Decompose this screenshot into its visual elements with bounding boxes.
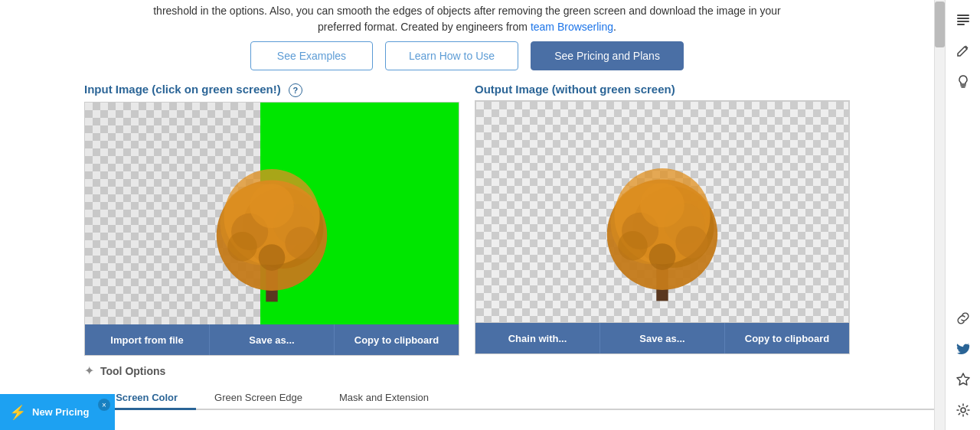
output-image-wrapper: Chain with... Save as... Copy to clipboa… [475,100,850,354]
output-save-as-button[interactable]: Save as... [600,323,725,353]
output-panel-label: Output Image (without green screen) [475,83,850,96]
tool-icon[interactable] [949,37,977,64]
lightning-icon: ⚡ [9,404,26,421]
star-icon[interactable] [949,366,977,393]
import-from-file-button[interactable]: Import from file [85,324,210,355]
team-link[interactable]: team Browserling [531,21,613,33]
learn-how-button[interactable]: Learn How to Use [385,41,518,70]
svg-point-24 [618,231,648,261]
right-sidebar [945,0,980,430]
see-pricing-button[interactable]: See Pricing and Plans [531,41,684,70]
output-image-area [475,101,849,323]
output-copy-clipboard-button[interactable]: Copy to clipboard [725,323,849,353]
input-tree [195,110,348,309]
svg-point-26 [649,243,676,270]
input-image-wrapper[interactable]: Import from file Save as... Copy to clip… [84,102,459,356]
description-text: threshold in the options. Also, you can … [0,0,934,41]
svg-point-12 [250,184,294,228]
tool-options-label: Tool Options [100,365,165,377]
tool-options-bar: ✦ Tool Options [0,356,934,378]
new-pricing-banner[interactable]: ⚡ New Pricing × [0,394,115,430]
input-panel: Input Image (click on green screen!) ? [84,83,459,356]
new-pricing-label: New Pricing [32,406,89,418]
image-panels: Input Image (click on green screen!) ? [0,83,934,356]
input-panel-label: Input Image (click on green screen!) ? [84,83,459,97]
svg-rect-2 [957,21,969,22]
gear-icon[interactable] [949,396,977,424]
bulb-icon[interactable] [949,67,977,95]
output-action-bar: Chain with... Save as... Copy to clipboa… [475,323,849,353]
chain-with-button[interactable]: Chain with... [475,323,600,353]
twitter-icon[interactable] [949,335,977,363]
svg-point-15 [259,244,286,271]
output-tree [586,109,739,308]
see-examples-button[interactable]: See Examples [250,41,373,70]
input-action-bar: Import from file Save as... Copy to clip… [85,324,459,355]
action-buttons: See Examples Learn How to Use See Pricin… [0,41,934,70]
svg-point-25 [675,226,707,258]
output-panel: Output Image (without green screen) [475,83,850,356]
input-copy-clipboard-button[interactable]: Copy to clipboard [335,324,459,355]
svg-rect-3 [957,24,965,25]
help-icon[interactable]: ? [289,83,302,97]
input-save-as-button[interactable]: Save as... [210,324,335,355]
svg-point-13 [227,232,257,262]
notes-icon[interactable] [949,6,977,34]
link-icon[interactable] [949,305,977,332]
tab-green-screen-edge[interactable]: Green Screen Edge [196,387,321,410]
svg-point-4 [961,408,965,412]
new-pricing-close-button[interactable]: × [98,399,110,411]
svg-point-14 [285,226,317,259]
svg-point-23 [640,183,684,227]
input-image-area[interactable] [85,103,459,324]
tab-mask-extension[interactable]: Mask and Extension [321,387,447,410]
svg-rect-0 [957,15,969,16]
tool-options-icon: ✦ [84,363,94,378]
svg-rect-1 [957,18,969,19]
tab-bar: Green Screen Color Green Screen Edge Mas… [0,381,934,410]
